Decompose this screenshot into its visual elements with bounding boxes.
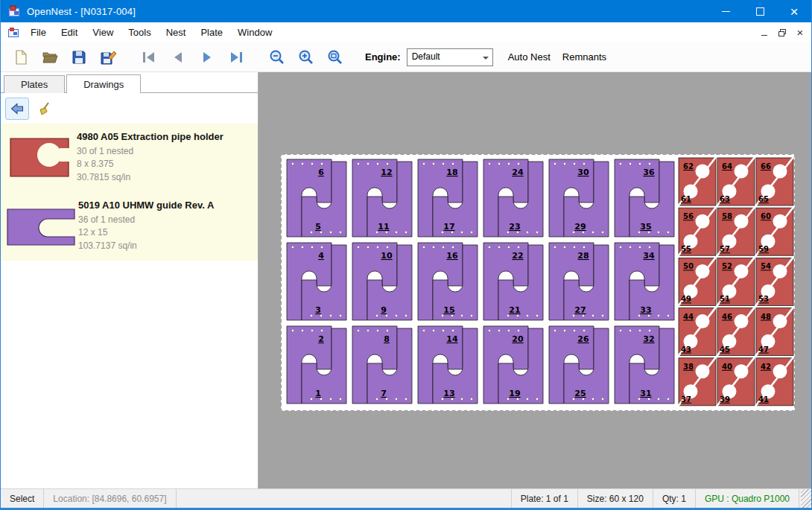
nested-part-pair-purple[interactable]: 3635 xyxy=(615,159,674,237)
clean-button[interactable] xyxy=(34,98,56,119)
resize-grip[interactable] xyxy=(801,489,811,508)
menu-view[interactable]: View xyxy=(85,23,121,42)
zoom-out-button[interactable] xyxy=(264,45,289,69)
nest-canvas[interactable]: 6512111817242330293635431091615222128273… xyxy=(258,72,811,488)
nested-part-pair-red[interactable]: 4443 xyxy=(678,307,716,357)
part-number: 57 xyxy=(720,245,730,253)
nested-part-pair-purple[interactable]: 2423 xyxy=(483,159,543,237)
nested-part-pair-purple[interactable]: 2019 xyxy=(483,326,543,404)
maximize-icon xyxy=(756,7,764,16)
engine-select[interactable]: Default xyxy=(407,48,493,66)
nested-part-pair-red[interactable]: 4241 xyxy=(755,357,793,407)
plate-count: Plate: 1 of 1 xyxy=(511,489,578,508)
nested-part-pair-purple[interactable]: 1413 xyxy=(418,326,478,404)
nested-part-pair-red[interactable]: 5049 xyxy=(678,257,716,306)
nested-part-pair-purple[interactable]: 3029 xyxy=(549,159,609,237)
part-number: 49 xyxy=(681,295,691,303)
drawing-item-extraction-pipe-holder[interactable]: 4980 A05 Extraction pipe holder 30 of 1 … xyxy=(1,124,258,192)
zoom-in-button[interactable] xyxy=(294,45,318,69)
nested-part-pair-red[interactable]: 5857 xyxy=(717,207,755,256)
plate[interactable]: 6512111817242330293635431091615222128273… xyxy=(281,154,795,411)
close-button[interactable]: × xyxy=(777,0,811,22)
minimize-button[interactable] xyxy=(708,0,743,22)
nested-part-pair-red[interactable]: 6261 xyxy=(678,157,716,206)
next-plate-button[interactable] xyxy=(194,45,219,69)
nested-part-pair-purple[interactable]: 1817 xyxy=(418,159,478,237)
mdi-restore-button[interactable] xyxy=(775,26,790,39)
nested-part-pair-red[interactable]: 4645 xyxy=(717,307,755,357)
part-number: 38 xyxy=(683,363,694,371)
nested-part-pair-red[interactable]: 5251 xyxy=(717,257,755,306)
nested-part-pair-red[interactable]: 6059 xyxy=(755,207,793,256)
nest-svg[interactable]: 6512111817242330293635431091615222128273… xyxy=(281,154,795,411)
zoom-fit-button[interactable] xyxy=(323,45,347,69)
nested-part-pair-red[interactable]: 3837 xyxy=(678,357,716,407)
part-number: 62 xyxy=(683,162,694,170)
nested-part-pair-purple[interactable]: 65 xyxy=(287,159,346,237)
tab-drawings[interactable]: Drawings xyxy=(66,74,141,93)
auto-nest-button[interactable]: Auto Nest xyxy=(507,48,552,66)
tab-plates[interactable]: Plates xyxy=(4,75,65,93)
last-plate-button[interactable] xyxy=(223,45,248,69)
nested-part-pair-red[interactable]: 4039 xyxy=(717,357,755,407)
menu-nest[interactable]: Nest xyxy=(159,23,194,42)
app-window: OpenNest - [N0317-004] × File Edit View … xyxy=(0,0,812,510)
previous-plate-button[interactable] xyxy=(165,45,190,69)
document-icon xyxy=(8,28,19,37)
app-icon xyxy=(8,5,20,17)
nested-part-pair-purple[interactable]: 1211 xyxy=(352,159,412,237)
new-file-icon xyxy=(12,48,30,66)
menu-file[interactable]: File xyxy=(23,23,54,42)
remnants-button[interactable]: Remnants xyxy=(561,48,608,66)
nested-part-pair-red[interactable]: 6665 xyxy=(755,157,793,206)
main-toolbar: Engine: Default Auto Nest Remnants xyxy=(1,42,811,72)
nested-part-pair-red[interactable]: 5453 xyxy=(755,257,793,306)
part-number: 24 xyxy=(512,168,524,177)
part-number: 55 xyxy=(681,245,691,253)
nested-part-pair-purple[interactable]: 3433 xyxy=(615,243,674,320)
chevron-down-icon[interactable] xyxy=(480,49,492,66)
nested-part-pair-purple[interactable]: 2625 xyxy=(549,326,609,404)
save-button[interactable] xyxy=(66,45,91,69)
menu-edit[interactable]: Edit xyxy=(54,23,85,42)
part-number: 1 xyxy=(315,389,321,398)
menu-tools[interactable]: Tools xyxy=(121,23,158,42)
nested-part-pair-red[interactable]: 6463 xyxy=(717,157,755,206)
menu-plate[interactable]: Plate xyxy=(193,23,230,42)
nested-part-pair-purple[interactable]: 43 xyxy=(287,243,346,320)
part-number: 7 xyxy=(381,389,387,398)
drawing-item-uhmw-guide[interactable]: 5019 A10 UHMW guide Rev. A 36 of 1 neste… xyxy=(1,192,258,261)
first-plate-button[interactable] xyxy=(136,45,161,69)
mdi-minimize-button[interactable] xyxy=(757,26,772,39)
nested-part-pair-purple[interactable]: 2827 xyxy=(549,243,609,320)
window-title: OpenNest - [N0317-004] xyxy=(27,6,136,17)
drawings-toolbar xyxy=(1,93,258,124)
mdi-close-button[interactable]: × xyxy=(793,26,808,39)
part-number: 47 xyxy=(758,345,769,354)
nested-part-pair-purple[interactable]: 1615 xyxy=(418,243,478,320)
previous-arrow-icon xyxy=(169,48,187,66)
nested-part-pair-red[interactable]: 5655 xyxy=(678,207,716,256)
nested-part-pair-purple[interactable]: 3231 xyxy=(615,326,674,404)
nested-part-pair-purple[interactable]: 2221 xyxy=(483,243,543,320)
return-part-button[interactable] xyxy=(5,98,29,120)
cursor-location: Location: [84.8696, 60.6957] xyxy=(44,489,176,508)
new-button[interactable] xyxy=(8,45,33,69)
sidebar: Plates Drawings xyxy=(1,72,258,488)
menu-window[interactable]: Window xyxy=(230,23,279,42)
nested-part-pair-purple[interactable]: 21 xyxy=(287,326,346,404)
nested-part-pair-purple[interactable]: 109 xyxy=(352,243,412,320)
title-bar[interactable]: OpenNest - [N0317-004] × xyxy=(1,0,811,22)
part-number: 65 xyxy=(758,195,769,203)
drawing-nested-count: 30 of 1 nested xyxy=(77,145,223,158)
open-button[interactable] xyxy=(37,45,62,69)
part-number: 41 xyxy=(758,395,769,404)
nested-part-pair-red[interactable]: 4847 xyxy=(755,307,793,357)
maximize-button[interactable] xyxy=(743,0,777,22)
nested-part-pair-purple[interactable]: 87 xyxy=(352,326,412,404)
part-number: 14 xyxy=(446,334,458,344)
part-number: 32 xyxy=(643,334,654,344)
part-number: 26 xyxy=(577,334,589,344)
save-as-button[interactable] xyxy=(95,45,120,69)
part-number: 25 xyxy=(574,389,586,398)
